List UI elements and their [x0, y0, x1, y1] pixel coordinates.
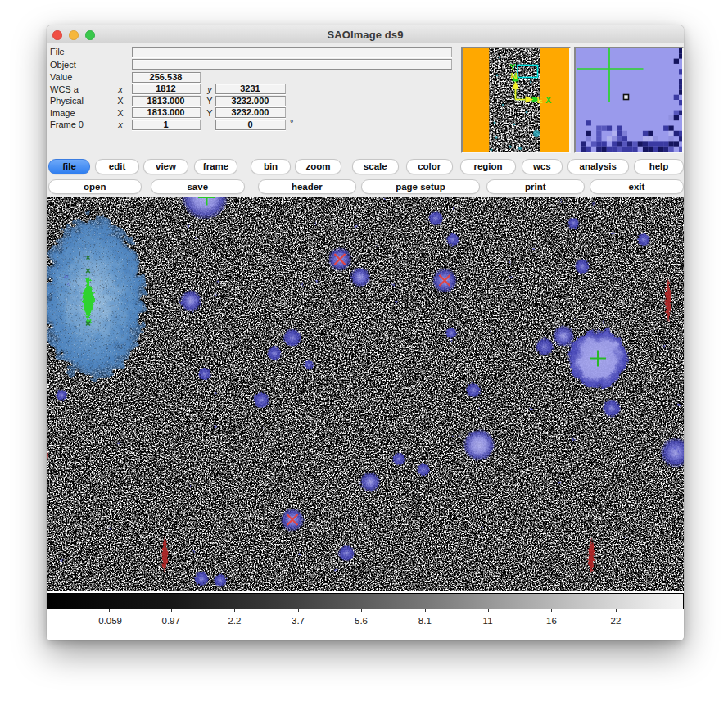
svg-text:E: E: [537, 95, 543, 105]
svg-text:Y: Y: [510, 62, 517, 72]
svg-text:X: X: [545, 95, 552, 105]
svg-text:N: N: [511, 71, 518, 81]
